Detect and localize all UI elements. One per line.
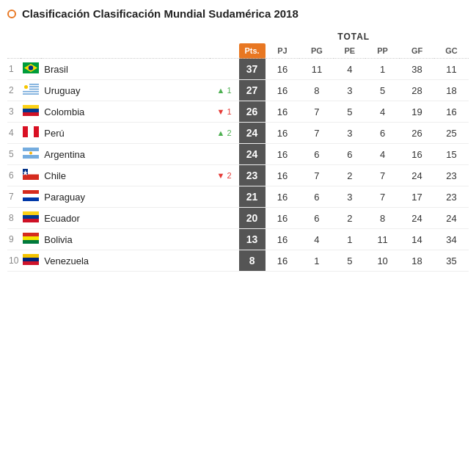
team-pj: 16 <box>266 144 300 165</box>
team-pts: 24 <box>239 123 266 144</box>
team-pp: 5 <box>365 80 400 101</box>
team-gc: 11 <box>434 59 469 80</box>
team-pts: 26 <box>239 101 266 123</box>
team-rank: 3 <box>7 101 21 123</box>
team-gf: 19 <box>400 101 434 123</box>
team-pp: 7 <box>365 165 400 186</box>
team-name: Argentina <box>41 144 209 165</box>
team-gf: 38 <box>400 59 434 80</box>
svg-rect-34 <box>23 254 39 258</box>
team-rank: 6 <box>7 165 21 186</box>
team-name: Perú <box>41 123 209 144</box>
team-pts: 13 <box>239 229 266 250</box>
col-pj: PJ <box>266 43 300 59</box>
team-gf: 18 <box>400 250 434 272</box>
svg-rect-13 <box>23 105 39 109</box>
team-trend: ▲ 1 <box>210 80 239 101</box>
team-gc: 34 <box>434 229 469 250</box>
page-title: Clasificación Clasificación Mundial Suda… <box>22 7 299 20</box>
col-flag <box>21 43 41 59</box>
col-pts: Pts. <box>239 43 266 59</box>
team-gc: 15 <box>434 144 469 165</box>
team-gc: 18 <box>434 80 469 101</box>
team-name: Bolivia <box>41 229 209 250</box>
team-pp: 11 <box>365 229 400 250</box>
team-pj: 16 <box>266 165 300 186</box>
team-gc: 16 <box>434 101 469 123</box>
team-pts: 20 <box>239 208 266 229</box>
team-pe: 3 <box>334 123 365 144</box>
team-pts: 37 <box>239 59 266 80</box>
team-gc: 23 <box>434 186 469 208</box>
team-pts: 27 <box>239 80 266 101</box>
team-name: Brasil <box>41 59 209 80</box>
svg-rect-31 <box>23 233 39 236</box>
svg-rect-28 <box>23 211 39 215</box>
svg-point-2 <box>29 65 33 70</box>
team-pj: 16 <box>266 208 300 229</box>
svg-rect-15 <box>28 126 34 137</box>
team-pe: 4 <box>334 59 365 80</box>
team-flag <box>21 250 41 272</box>
team-pe: 5 <box>334 101 365 123</box>
col-pp: PP <box>365 43 400 59</box>
team-pp: 4 <box>365 101 400 123</box>
team-name: Uruguay <box>41 80 209 101</box>
team-pg: 7 <box>299 101 334 123</box>
team-gf: 16 <box>400 144 434 165</box>
team-pg: 7 <box>299 123 334 144</box>
team-name: Chile <box>41 165 209 186</box>
team-rank: 9 <box>7 229 21 250</box>
team-pj: 16 <box>266 101 300 123</box>
team-gf: 26 <box>400 123 434 144</box>
team-gf: 28 <box>400 80 434 101</box>
trend-down-icon: ▼ 2 <box>217 171 232 180</box>
team-rank: 4 <box>7 123 21 144</box>
col-pe: PE <box>334 43 365 59</box>
title-icon <box>7 10 16 18</box>
team-pg: 11 <box>299 59 334 80</box>
team-pp: 10 <box>365 250 400 272</box>
table-row: 8 Ecuador 20 16 6 2 8 24 24 <box>7 208 469 229</box>
svg-rect-25 <box>23 190 39 194</box>
team-trend <box>210 229 239 250</box>
team-gc: 25 <box>434 123 469 144</box>
team-rank: 5 <box>7 144 21 165</box>
col-trend <box>210 43 239 59</box>
team-rank: 2 <box>7 80 21 101</box>
team-pg: 7 <box>299 165 334 186</box>
team-trend: ▲ 2 <box>210 123 239 144</box>
table-row: 4 Perú ▲ 2 24 16 7 3 6 26 25 <box>7 123 469 144</box>
team-trend <box>210 250 239 272</box>
team-flag <box>21 59 41 80</box>
team-pe: 2 <box>334 165 365 186</box>
col-pg: PG <box>299 43 334 59</box>
col-gc: GC <box>434 43 469 59</box>
team-gc: 23 <box>434 165 469 186</box>
team-name: Paraguay <box>41 186 209 208</box>
svg-point-10 <box>24 85 28 89</box>
svg-rect-7 <box>23 91 39 92</box>
svg-rect-8 <box>23 93 39 95</box>
team-trend: ▼ 1 <box>210 101 239 123</box>
team-pg: 6 <box>299 186 334 208</box>
team-pe: 1 <box>334 229 365 250</box>
team-gc: 24 <box>434 208 469 229</box>
table-row: 5 Argentina 24 16 6 6 4 16 15 <box>7 144 469 165</box>
col-gf: GF <box>400 43 434 59</box>
team-rank: 1 <box>7 59 21 80</box>
team-pj: 16 <box>266 229 300 250</box>
team-trend <box>210 208 239 229</box>
team-pg: 8 <box>299 80 334 101</box>
team-pj: 16 <box>266 59 300 80</box>
team-pj: 16 <box>266 186 300 208</box>
table-row: 3 Colombia ▼ 1 26 16 7 5 4 19 16 <box>7 101 469 123</box>
team-gf: 24 <box>400 165 434 186</box>
team-trend <box>210 59 239 80</box>
team-pts: 23 <box>239 165 266 186</box>
svg-point-18 <box>29 152 32 155</box>
table-row: 9 Bolivia 13 16 4 1 11 14 34 <box>7 229 469 250</box>
team-pp: 6 <box>365 123 400 144</box>
team-trend <box>210 144 239 165</box>
team-flag <box>21 144 41 165</box>
